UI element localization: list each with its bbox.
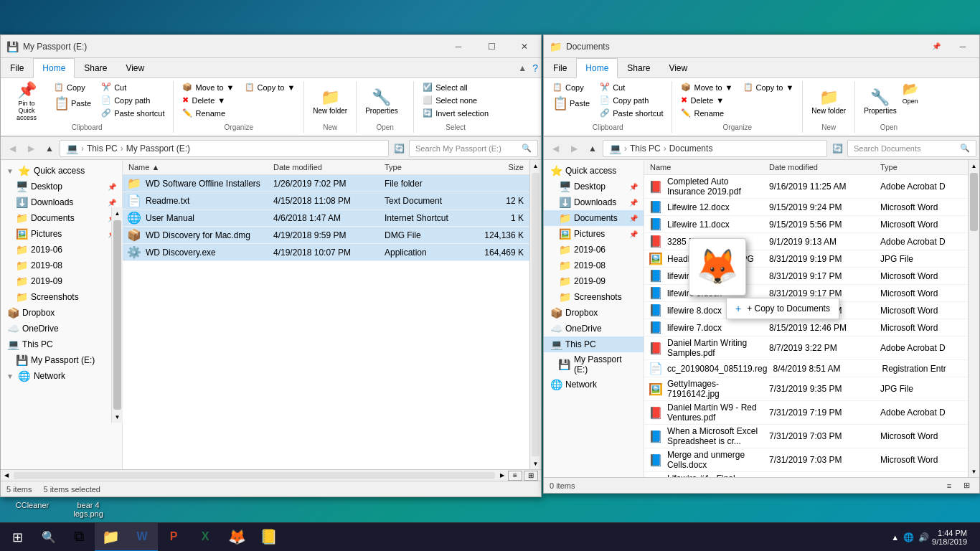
- rename-button-2[interactable]: ✏️ Rename: [677, 107, 737, 119]
- file-scroll-down-1[interactable]: ▼: [530, 458, 541, 469]
- table-row[interactable]: 📦 WD Discovery for Mac.dmg 4/19/2018 9:5…: [123, 227, 529, 244]
- address-bar-1[interactable]: 💻 › This PC › My Passport (E:): [60, 140, 389, 157]
- cut-button-2[interactable]: ✂️ Cut: [595, 81, 667, 93]
- rename-button-1[interactable]: ✏️ Rename: [178, 107, 238, 119]
- back-button-2[interactable]: ◀: [547, 140, 564, 157]
- sidebar-screenshots-1[interactable]: 📁 Screenshots: [1, 289, 122, 305]
- search-button[interactable]: 🔍: [34, 523, 63, 552]
- sidebar-dropbox-1[interactable]: 📦 Dropbox: [1, 305, 122, 321]
- pin-quick-access-button[interactable]: 📌 Pin to Quick access: [5, 81, 48, 121]
- copy-button-1[interactable]: 📋 Copy: [50, 81, 95, 93]
- table-row[interactable]: 📁 WD Software Offline Installers 1/26/20…: [123, 175, 529, 192]
- tab-share-1[interactable]: Share: [75, 58, 116, 78]
- properties-button-2[interactable]: 🔧 Properties: [859, 81, 901, 121]
- open-btn-2[interactable]: 📂: [903, 81, 918, 97]
- sidebar-2019-09-2[interactable]: 📁 2019-09: [544, 273, 644, 289]
- sidebar-2019-06-2[interactable]: 📁 2019-06: [544, 242, 644, 258]
- sidebar-mypassport-2[interactable]: 💾 My Passport (E:): [544, 352, 644, 377]
- tab-home-1[interactable]: Home: [33, 58, 75, 78]
- sidebar-documents-2[interactable]: 📁 Documents 📌: [544, 210, 644, 226]
- tab-home-2[interactable]: Home: [576, 58, 618, 78]
- refresh-button-1[interactable]: 🔄: [390, 140, 407, 157]
- delete-button-2[interactable]: ✖ Delete ▼: [677, 94, 737, 106]
- move-to-button-2[interactable]: 📦 Move to ▼: [677, 81, 737, 93]
- refresh-button-2[interactable]: 🔄: [829, 140, 846, 157]
- sidebar-2019-06-1[interactable]: 📁 2019-06: [1, 242, 122, 258]
- paste-button-1[interactable]: 📋 Paste: [50, 94, 95, 113]
- sidebar-onedrive-1[interactable]: ☁️ OneDrive: [1, 321, 122, 336]
- volume-icon[interactable]: 🔊: [918, 532, 929, 542]
- sidebar-pictures-1[interactable]: 🖼️ Pictures 📌: [1, 226, 122, 242]
- ribbon-collapse-1[interactable]: ▲: [518, 63, 527, 73]
- select-all-button-1[interactable]: ☑️ Select all: [418, 81, 493, 93]
- tab-file-2[interactable]: File: [544, 58, 576, 78]
- sidebar-2019-08-2[interactable]: 📁 2019-08: [544, 258, 644, 273]
- sidebar-desktop-2[interactable]: 🖥️ Desktop 📌: [544, 179, 644, 194]
- table-row[interactable]: 🌐 User Manual 4/6/2018 1:47 AM Internet …: [123, 209, 529, 227]
- table-row[interactable]: 📕 Daniel Martin W9 - Red Ventures.pdf 7/…: [644, 401, 968, 425]
- address-bar-2[interactable]: 💻 › This PC › Documents: [603, 140, 827, 157]
- delete-button-1[interactable]: ✖ Delete ▼: [178, 94, 238, 106]
- taskbar-file-explorer[interactable]: 📁: [95, 523, 126, 552]
- sidebar-2019-08-1[interactable]: 📁 2019-08: [1, 258, 122, 273]
- sidebar-thispc-2[interactable]: 💻 This PC: [544, 336, 644, 352]
- file-scroll-down-2[interactable]: ▼: [969, 466, 979, 477]
- taskbar-word[interactable]: W: [126, 523, 158, 552]
- sidebar-documents-1[interactable]: 📁 Documents 📌: [1, 210, 122, 226]
- table-row[interactable]: 📘 When a Microsoft Excel Spreadsheet is …: [644, 425, 968, 448]
- maximize-button-1[interactable]: ☐: [475, 35, 508, 58]
- sidebar-thispc-1[interactable]: 💻 This PC: [1, 336, 122, 352]
- copy-to-tooltip[interactable]: + + Copy to Documents: [726, 298, 839, 319]
- table-row[interactable]: 📄 Readme.txt 4/15/2018 11:08 PM Text Doc…: [123, 192, 529, 209]
- sidebar-scroll-down-1[interactable]: ▼: [112, 411, 123, 423]
- sidebar-scroll-up-1[interactable]: ▲: [112, 207, 123, 219]
- table-row[interactable]: 📘 Lifewire #4 - Final (hopefully).docx 7…: [644, 472, 968, 477]
- customize-btn-2[interactable]: 📌: [932, 42, 941, 50]
- search-bar-2[interactable]: Search Documents 🔍: [847, 140, 976, 157]
- taskbar-task-view[interactable]: ⧉: [63, 523, 95, 552]
- show-desktop-button[interactable]: [970, 523, 974, 552]
- view-tile-btn-2[interactable]: ⊞: [959, 479, 974, 492]
- sidebar-quick-access-2[interactable]: ⭐ Quick access: [544, 163, 644, 179]
- up-button-2[interactable]: ▲: [584, 140, 601, 157]
- sidebar-onedrive-2[interactable]: ☁️ OneDrive: [544, 321, 644, 336]
- taskbar-excel[interactable]: X: [189, 523, 221, 552]
- tab-view-1[interactable]: View: [116, 58, 154, 78]
- up-arrow-icon[interactable]: ▲: [891, 533, 899, 542]
- new-folder-button-1[interactable]: 📁 New folder: [308, 81, 352, 121]
- table-row[interactable]: 📕 Completed Auto Insurance 2019.pdf 9/16…: [644, 175, 968, 199]
- sidebar-pictures-2[interactable]: 🖼️ Pictures 📌: [544, 226, 644, 242]
- clock[interactable]: 1:44 PM 9/18/2019: [932, 529, 967, 546]
- file-scroll-up-1[interactable]: ▲: [530, 160, 541, 171]
- invert-selection-button-1[interactable]: 🔄 Invert selection: [418, 107, 493, 119]
- properties-button-1[interactable]: 🔧 Properties: [361, 81, 402, 121]
- back-button-1[interactable]: ◀: [4, 140, 21, 157]
- select-none-button-1[interactable]: ⬜ Select none: [418, 94, 493, 106]
- new-folder-button-2[interactable]: 📁 New folder: [807, 81, 850, 121]
- sidebar-quick-access-1[interactable]: ▼ ⭐ Quick access: [1, 163, 122, 179]
- copy-to-button-2[interactable]: 📋 Copy to ▼: [739, 81, 798, 93]
- up-button-1[interactable]: ▲: [41, 140, 58, 157]
- paste-shortcut-button-1[interactable]: 🔗 Paste shortcut: [97, 107, 169, 119]
- sidebar-network-2[interactable]: 🌐 Network: [544, 377, 644, 392]
- start-button[interactable]: ⊞: [0, 523, 34, 552]
- view-list-btn-1[interactable]: ≡: [508, 471, 522, 481]
- cut-button-1[interactable]: ✂️ Cut: [97, 81, 169, 93]
- table-row[interactable]: 📕 Daniel Martin Writing Samples.pdf 8/7/…: [644, 336, 968, 360]
- paste-button-2[interactable]: 📋 Paste: [548, 94, 594, 113]
- forward-button-2[interactable]: ▶: [565, 140, 583, 157]
- scroll-right-1[interactable]: ▶: [496, 470, 508, 481]
- paste-shortcut-button-2[interactable]: 🔗 Paste shortcut: [595, 107, 667, 119]
- close-button-1[interactable]: ✕: [508, 35, 541, 58]
- move-to-button-1[interactable]: 📦 Move to ▼: [178, 81, 238, 93]
- sidebar-2019-09-1[interactable]: 📁 2019-09: [1, 273, 122, 289]
- help-button-1[interactable]: ?: [532, 62, 538, 74]
- minimize-button-1[interactable]: ─: [442, 35, 475, 58]
- view-tile-btn-1[interactable]: ⊞: [524, 471, 538, 481]
- search-bar-1[interactable]: Search My Passport (E:) 🔍: [409, 140, 538, 157]
- sidebar-downloads-2[interactable]: ⬇️ Downloads 📌: [544, 194, 644, 210]
- taskbar-sticky-notes[interactable]: 📒: [253, 523, 284, 552]
- table-row[interactable]: 📘 Merge and unmerge Cells.docx 7/31/2019…: [644, 448, 968, 472]
- scroll-left-1[interactable]: ◀: [1, 470, 12, 481]
- copy-path-button-1[interactable]: 📄 Copy path: [97, 94, 169, 106]
